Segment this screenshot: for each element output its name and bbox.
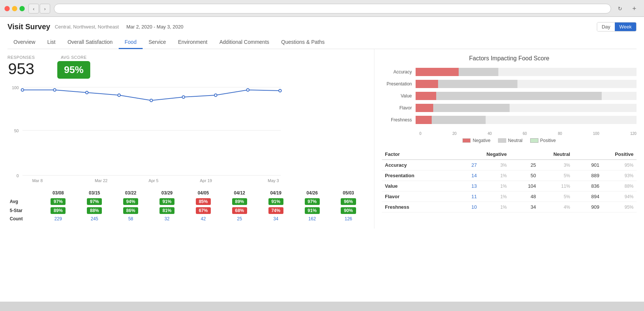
maximize-button[interactable]	[19, 6, 25, 11]
svg-point-19	[279, 90, 282, 92]
table-cell: 91%	[149, 197, 185, 206]
col-0405: 04/05	[185, 189, 221, 197]
back-button[interactable]: ‹	[28, 4, 39, 13]
col-0322: 03/22	[113, 189, 149, 197]
table-row: Presentation 14 1% 50 5% 889 93%	[382, 170, 637, 181]
date-range: Mar 2, 2020 - May 3, 2020	[126, 24, 183, 30]
pos-count: 901	[573, 160, 602, 170]
svg-text:Apr 19: Apr 19	[200, 178, 212, 183]
week-toggle[interactable]: Week	[615, 22, 636, 31]
forward-button[interactable]: ›	[40, 4, 50, 13]
table-row: Accuracy 27 3% 25 3% 901 95%	[382, 160, 637, 170]
bar-negative	[416, 80, 438, 88]
new-tab-button[interactable]: +	[629, 4, 640, 13]
table-cell: 229	[40, 215, 76, 223]
neg-pct: 1%	[480, 170, 510, 181]
bar-chart-title: Factors Impacting Food Score	[382, 55, 637, 62]
bar-neutral	[433, 104, 510, 112]
day-toggle[interactable]: Day	[597, 22, 615, 31]
pos-count: 909	[573, 202, 602, 212]
table-cell: 67%	[185, 206, 221, 215]
table-cell: 81%	[149, 206, 185, 215]
svg-text:Mar 8: Mar 8	[32, 178, 43, 183]
bar-label: Freshness	[382, 117, 416, 123]
app-header: Visit Survey Central, Northwest, Northea…	[0, 17, 644, 49]
tab-service[interactable]: Service	[143, 36, 172, 49]
col-0503: 05/03	[330, 189, 367, 197]
svg-text:0: 0	[16, 173, 19, 178]
tab-additional-comments[interactable]: Additional Comments	[213, 36, 275, 49]
bar-neutral	[436, 92, 602, 100]
neg-count: 14	[455, 170, 480, 181]
avg-score-label: AVG SCORE	[57, 55, 90, 60]
neg-count: 11	[455, 191, 480, 202]
neu-count: 48	[510, 191, 539, 202]
neu-count: 104	[510, 181, 539, 191]
reload-button[interactable]: ↻	[615, 4, 625, 13]
tab-overview[interactable]: Overview	[7, 36, 41, 49]
col-0419: 04/19	[258, 189, 294, 197]
responses-stat: RESPONSES 953	[7, 55, 35, 77]
table-cell: 89%	[40, 206, 76, 215]
responses-value: 953	[7, 61, 35, 77]
row-label: Avg	[7, 197, 40, 206]
factor-name: Accuracy	[382, 160, 455, 170]
stats-row: RESPONSES 953 AVG SCORE 95%	[7, 55, 367, 79]
bar-neutral	[459, 68, 498, 76]
table-cell: 91%	[258, 197, 294, 206]
table-cell: 34	[258, 215, 294, 223]
bar-track	[416, 92, 637, 100]
neg-count: 10	[455, 202, 480, 212]
bar-chart: Accuracy Presentation Value Flavor Fresh…	[382, 68, 637, 124]
table-cell: 97%	[294, 197, 330, 206]
close-button[interactable]	[4, 6, 10, 11]
pos-count: 836	[573, 181, 602, 191]
positive-col-header: Positive	[573, 149, 637, 160]
svg-point-12	[54, 89, 56, 91]
responses-label: RESPONSES	[7, 55, 35, 60]
factor-table: Factor Negative Neutral Positive Accurac…	[382, 149, 637, 212]
bar-row: Value	[382, 92, 637, 100]
table-row: Flavor 11 1% 48 5% 894 94%	[382, 191, 637, 202]
table-row: Value 13 1% 104 11% 836 88%	[382, 181, 637, 191]
neu-pct: 11%	[539, 181, 573, 191]
traffic-lights	[4, 6, 25, 11]
bar-negative	[416, 68, 459, 76]
svg-text:50: 50	[14, 129, 19, 133]
tab-list[interactable]: List	[41, 36, 61, 49]
legend-negative: Negative	[462, 138, 490, 143]
tab-food[interactable]: Food	[119, 36, 143, 49]
tab-questions-paths[interactable]: Questions & Paths	[275, 36, 331, 49]
bar-row: Flavor	[382, 104, 637, 112]
right-panel: Factors Impacting Food Score Accuracy Pr…	[374, 49, 644, 229]
col-0308: 03/08	[40, 189, 76, 197]
row-label: Count	[7, 215, 40, 223]
tab-overall-satisfaction[interactable]: Overall Satisfaction	[61, 36, 119, 49]
tab-environment[interactable]: Environment	[172, 36, 213, 49]
table-cell: 97%	[40, 197, 76, 206]
neu-pct: 5%	[539, 191, 573, 202]
neg-count: 27	[455, 160, 480, 170]
table-cell: 245	[76, 215, 113, 223]
pos-pct: 93%	[602, 170, 637, 181]
bar-negative	[416, 92, 436, 100]
chart-legend: Negative Neutral Positive	[382, 138, 637, 143]
table-cell: 126	[330, 215, 367, 223]
address-bar[interactable]	[54, 4, 611, 13]
table-cell: 88%	[76, 206, 113, 215]
minimize-button[interactable]	[12, 6, 17, 11]
weekly-table: 03/08 03/15 03/22 03/29 04/05 04/12 04/1…	[7, 189, 367, 223]
negative-col-header: Negative	[455, 149, 510, 160]
pos-pct: 95%	[602, 202, 637, 212]
neu-count: 50	[510, 170, 539, 181]
svg-point-14	[118, 94, 121, 97]
factor-name: Flavor	[382, 191, 455, 202]
bar-row: Freshness	[382, 116, 637, 124]
neu-count: 25	[510, 160, 539, 170]
svg-text:Mar 22: Mar 22	[95, 178, 107, 183]
line-chart-svg: 100 50 0 Mar 8 Mar 22 Apr 5 Apr 19 May 3	[7, 82, 285, 183]
table-row: Freshness 10 1% 34 4% 909 95%	[382, 202, 637, 212]
neu-pct: 4%	[539, 202, 573, 212]
bar-negative	[416, 116, 432, 124]
svg-point-17	[215, 94, 217, 97]
